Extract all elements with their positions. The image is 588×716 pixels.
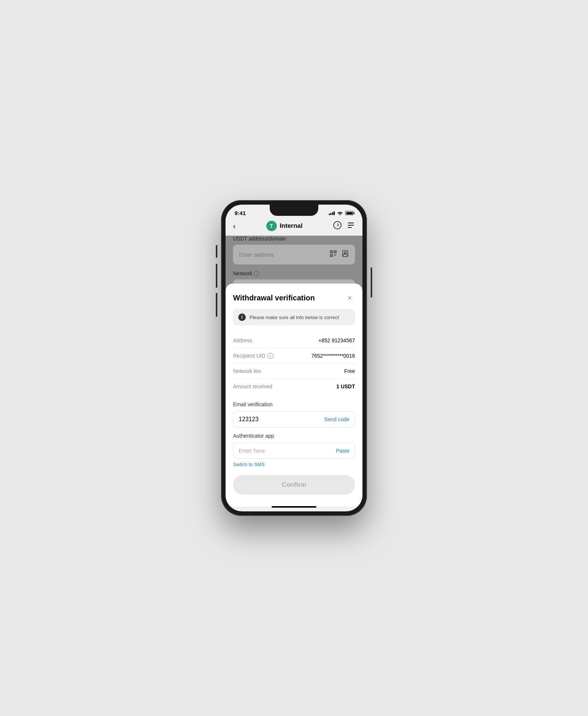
confirm-button[interactable]: Confirm xyxy=(233,475,355,495)
info-banner-text: Please make sure all info below is corre… xyxy=(249,315,339,320)
header-title: Internal xyxy=(280,222,303,230)
status-icons xyxy=(329,210,354,216)
volume-up-button xyxy=(216,264,217,288)
phone-frame: 9:41 xyxy=(221,200,367,516)
volume-down-button xyxy=(216,293,217,317)
list-icon[interactable] xyxy=(347,221,355,231)
svg-rect-4 xyxy=(348,227,352,228)
notch xyxy=(270,205,318,216)
table-row: Amount received 1 USDT xyxy=(233,379,355,394)
amount-received-row-label: Amount received xyxy=(233,383,272,389)
amount-received-row-value: 1 USDT xyxy=(336,383,355,389)
authenticator-section: Authenticator app Enter here Paste Switc… xyxy=(233,433,355,468)
info-circle-icon: i xyxy=(238,313,246,321)
app-screen: ‹ T Internal xyxy=(226,216,362,507)
modal-close-button[interactable]: × xyxy=(344,293,355,303)
header-center: T Internal xyxy=(266,221,303,231)
network-fee-row-value: Free xyxy=(344,368,355,374)
app-header: ‹ T Internal xyxy=(226,216,362,236)
email-verification-input[interactable]: 123123 Send code xyxy=(233,411,355,428)
paste-button[interactable]: Paste xyxy=(336,448,349,454)
authenticator-label: Authenticator app xyxy=(233,433,355,439)
recipient-uid-row-label: Recipient UID i xyxy=(233,353,273,359)
switch-to-sms-link[interactable]: Switch to SMS xyxy=(233,462,265,467)
modal-title: Withdrawal verification xyxy=(233,294,315,302)
status-time: 9:41 xyxy=(235,210,246,216)
signal-icon xyxy=(329,211,335,215)
svg-point-1 xyxy=(337,226,338,227)
modal-header: Withdrawal verification × xyxy=(233,293,355,303)
help-icon[interactable] xyxy=(333,221,342,231)
power-button xyxy=(371,267,372,297)
modal-sheet: Withdrawal verification × i Please make … xyxy=(226,284,362,507)
info-rows: Address +852 91234567 Recipient UID i 76… xyxy=(233,333,355,394)
address-row-value: +852 91234567 xyxy=(318,337,355,343)
table-row: Address +852 91234567 xyxy=(233,333,355,348)
email-verification-label: Email verification xyxy=(233,401,355,407)
authenticator-placeholder: Enter here xyxy=(239,447,265,454)
tether-logo: T xyxy=(266,221,277,231)
battery-icon xyxy=(345,211,353,215)
address-row-label: Address xyxy=(233,337,252,343)
table-row: Recipient UID i 7652**********0016 xyxy=(233,348,355,364)
send-code-button[interactable]: Send code xyxy=(324,416,349,422)
back-button[interactable]: ‹ xyxy=(233,222,236,230)
phone-screen: 9:41 xyxy=(226,205,362,511)
network-fee-row-label: Network fee xyxy=(233,368,261,374)
silent-button xyxy=(216,245,217,258)
wifi-icon xyxy=(337,210,343,216)
info-banner: i Please make sure all info below is cor… xyxy=(233,309,355,325)
table-row: Network fee Free xyxy=(233,364,355,379)
svg-point-0 xyxy=(334,221,341,229)
svg-rect-2 xyxy=(348,223,354,223)
email-code-value: 123123 xyxy=(239,416,258,423)
recipient-uid-info-icon: i xyxy=(267,353,273,359)
email-verification-section: Email verification 123123 Send code xyxy=(233,401,355,428)
home-indicator xyxy=(272,506,316,508)
modal-overlay: Withdrawal verification × i Please make … xyxy=(226,236,362,507)
svg-rect-3 xyxy=(348,225,354,226)
header-actions xyxy=(333,221,355,231)
authenticator-input[interactable]: Enter here Paste xyxy=(233,443,355,459)
recipient-uid-row-value: 7652**********0016 xyxy=(311,353,355,359)
